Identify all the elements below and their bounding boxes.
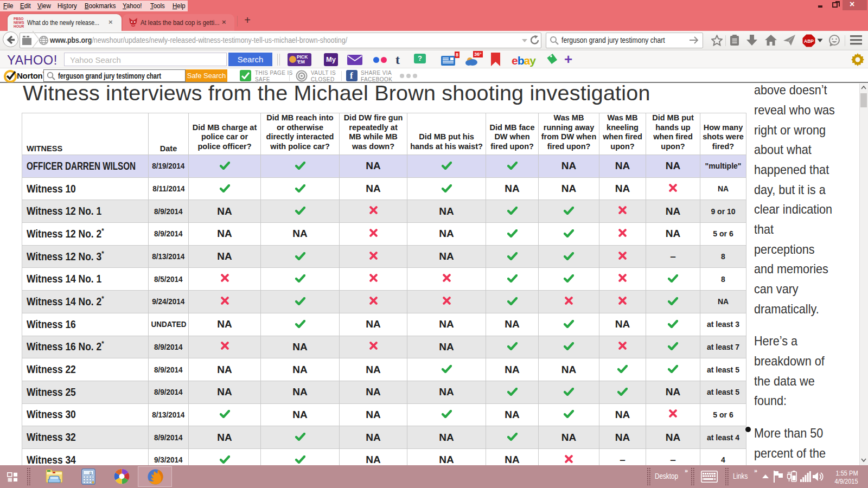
svg-text:ABP: ABP: [804, 38, 814, 44]
svg-text:0: 0: [90, 471, 92, 475]
